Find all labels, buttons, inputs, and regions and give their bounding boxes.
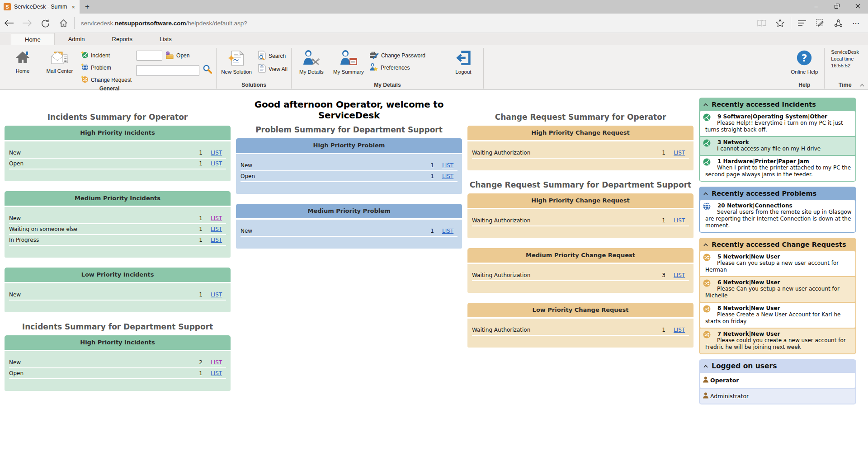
browser-tab[interactable]: S ServiceDesk - Summary × bbox=[0, 0, 80, 14]
list-link[interactable]: LIST bbox=[674, 150, 689, 156]
more-options-icon[interactable]: ··· bbox=[847, 20, 865, 27]
my-summary-button[interactable]: My Summary bbox=[332, 48, 365, 75]
search-icon[interactable] bbox=[202, 64, 212, 76]
new-change-request-button[interactable]: Change Request bbox=[80, 75, 132, 85]
recent-incident-item[interactable]: 1 Hardware|Printer|Paper Jam When I prin… bbox=[700, 156, 855, 181]
row-label: New bbox=[9, 150, 189, 156]
welcome-heading: Good afternoon Operator, welcome to Serv… bbox=[236, 99, 462, 121]
preferences-button[interactable]: Preferences bbox=[369, 63, 425, 73]
restore-button[interactable] bbox=[826, 0, 847, 14]
logout-icon bbox=[455, 49, 472, 67]
row-count: 1 bbox=[420, 173, 434, 179]
tab-reports[interactable]: Reports bbox=[99, 33, 146, 45]
solutions-search-button[interactable]: Search bbox=[257, 51, 288, 61]
logged-on-user[interactable]: Administrator bbox=[700, 389, 855, 404]
online-help-button[interactable]: ? Online Help bbox=[788, 48, 821, 75]
collapse-chevron-icon bbox=[703, 192, 708, 195]
home-nav-icon[interactable] bbox=[54, 19, 72, 27]
table-row: Waiting Authorization 1 LIST bbox=[472, 325, 689, 336]
row-count: 1 bbox=[652, 150, 665, 156]
view-all-solutions-button[interactable]: View All bbox=[257, 64, 288, 74]
home-icon bbox=[14, 49, 31, 66]
share-icon[interactable] bbox=[829, 19, 847, 28]
online-help-icon: ? bbox=[796, 49, 813, 67]
item-number-input[interactable] bbox=[136, 51, 162, 61]
refresh-icon[interactable] bbox=[36, 19, 54, 28]
recent-incident-item[interactable]: 9 Software|Operating System|Other Please… bbox=[700, 111, 855, 136]
row-count: 1 bbox=[189, 291, 203, 298]
list-link[interactable]: LIST bbox=[211, 291, 226, 298]
panel-title: Medium Priority Change Request bbox=[467, 248, 693, 263]
back-icon[interactable] bbox=[0, 19, 18, 27]
tab-close-icon[interactable]: × bbox=[71, 4, 76, 10]
collapse-ribbon-icon[interactable] bbox=[860, 80, 864, 89]
tab-home[interactable]: Home bbox=[11, 33, 55, 45]
item-title: 8 Network|New User bbox=[717, 305, 853, 311]
search-input[interactable] bbox=[136, 65, 199, 76]
tab-lists[interactable]: Lists bbox=[146, 33, 185, 45]
list-link[interactable]: LIST bbox=[211, 215, 226, 221]
table-row: Waiting Authorization 1 LIST bbox=[472, 148, 689, 159]
forward-icon[interactable] bbox=[18, 19, 36, 27]
table-row: Open 1 LIST bbox=[9, 368, 226, 379]
panel-header[interactable]: Logged on users bbox=[700, 359, 855, 373]
incident-icon bbox=[80, 51, 89, 60]
list-link[interactable]: LIST bbox=[442, 173, 458, 179]
recent-change-request-item[interactable]: 5 Network|New User Please can you setup … bbox=[700, 251, 855, 276]
panel-header[interactable]: Recently accessed Change Requests bbox=[700, 238, 855, 251]
row-label: Open bbox=[9, 160, 189, 167]
list-link[interactable]: LIST bbox=[211, 160, 226, 167]
list-link[interactable]: LIST bbox=[674, 217, 689, 224]
reading-view-icon[interactable] bbox=[753, 20, 771, 27]
panel-header[interactable]: Recently accessed Incidents bbox=[700, 98, 855, 111]
recent-change-request-item[interactable]: 7 Network|New User Please could you crea… bbox=[700, 329, 855, 353]
table-row: Waiting Authorization 1 LIST bbox=[472, 216, 689, 226]
list-link[interactable]: LIST bbox=[674, 272, 689, 278]
row-label: Open bbox=[241, 173, 420, 179]
list-link[interactable]: LIST bbox=[442, 162, 458, 169]
row-count: 1 bbox=[189, 160, 203, 167]
row-label: Open bbox=[9, 370, 189, 376]
list-link[interactable]: LIST bbox=[211, 226, 226, 232]
change-password-button[interactable]: Change Password bbox=[369, 51, 425, 60]
recent-problem-item[interactable]: 20 Network|Connections Several users fro… bbox=[700, 200, 855, 232]
hub-icon[interactable] bbox=[793, 20, 811, 26]
list-link[interactable]: LIST bbox=[674, 327, 689, 333]
my-details-button[interactable]: My Details bbox=[295, 48, 328, 75]
logout-button[interactable]: Logout bbox=[447, 48, 480, 75]
address-bar[interactable]: servicedesk.netsupportsoftware.com/helpd… bbox=[81, 20, 753, 27]
item-title: 3 Network bbox=[717, 139, 853, 146]
tab-admin[interactable]: Admin bbox=[55, 33, 99, 45]
item-title: 1 Hardware|Printer|Paper Jam bbox=[717, 158, 853, 164]
logged-on-user[interactable]: Operator bbox=[700, 373, 855, 388]
favorites-star-icon[interactable] bbox=[771, 19, 789, 27]
minimize-button[interactable]: – bbox=[806, 0, 826, 14]
new-incident-button[interactable]: Incident bbox=[80, 51, 132, 60]
recent-incident-item[interactable]: 3 Network I cannot access any file on my… bbox=[700, 137, 855, 155]
recent-change-request-item[interactable]: 6 Network|New User Please Can you setup … bbox=[700, 277, 855, 302]
new-tab-button[interactable]: + bbox=[80, 0, 95, 14]
section-title: Incidents Summary for Department Support bbox=[5, 322, 231, 331]
new-problem-button[interactable]: Problem bbox=[80, 63, 132, 72]
panel-header[interactable]: Recently accessed Problems bbox=[700, 187, 855, 200]
item-description: When I print to the printer attached to … bbox=[705, 164, 853, 178]
close-window-button[interactable] bbox=[847, 0, 868, 14]
list-link[interactable]: LIST bbox=[211, 150, 226, 156]
group-label-help: Help bbox=[788, 81, 821, 89]
open-item-button[interactable]: Open bbox=[165, 51, 189, 61]
list-link[interactable]: LIST bbox=[211, 237, 226, 243]
ribbon: Home Admin Reports Lists Home Mail Cente… bbox=[0, 33, 868, 90]
web-note-icon[interactable] bbox=[811, 19, 829, 28]
list-link[interactable]: LIST bbox=[211, 370, 226, 376]
mail-center-button[interactable]: Mail Center bbox=[43, 48, 76, 74]
list-link[interactable]: LIST bbox=[211, 359, 226, 366]
list-link[interactable]: LIST bbox=[442, 228, 458, 234]
recent-change-request-item[interactable]: 8 Network|New User Please Create a New U… bbox=[700, 303, 855, 328]
table-row: Open 1 LIST bbox=[9, 159, 226, 169]
row-count: 3 bbox=[652, 272, 665, 278]
table-row: New 1 LIST bbox=[9, 213, 226, 224]
summary-panel: Medium Priority Incidents New 1 LIST Wai… bbox=[5, 191, 231, 258]
my-details-icon bbox=[302, 49, 321, 67]
new-solution-button[interactable]: New Solution bbox=[220, 48, 253, 75]
home-button[interactable]: Home bbox=[6, 48, 39, 74]
